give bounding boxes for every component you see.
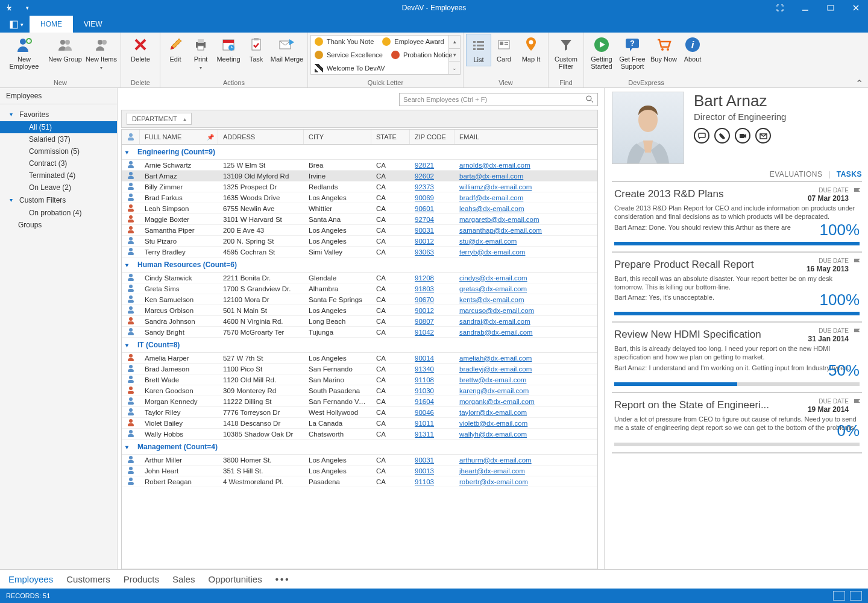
quick-letter-thank-you[interactable]: Thank You Note	[315, 37, 374, 46]
qat-dropdown-icon[interactable]: ▾	[22, 2, 33, 13]
sidebar-item[interactable]: Commission (5)	[0, 145, 117, 157]
sidebar-item[interactable]: On probation (4)	[0, 207, 117, 219]
column-header-full-name[interactable]: FULL NAME📌	[140, 130, 218, 144]
task-button[interactable]: Task	[244, 34, 269, 65]
group-by-panel[interactable]: DEPARTMENT ▴	[121, 110, 598, 128]
email-link[interactable]: sandraj@dx-email.com	[459, 318, 530, 325]
table-row[interactable]: Morgan Kennedy11222 Dilling StSan Fernan…	[122, 396, 597, 407]
email-link[interactable]: margaretb@dx-email.com	[459, 216, 539, 223]
email-link[interactable]: violetb@dx-email.com	[459, 420, 527, 427]
sidebar-item-groups[interactable]: Groups	[0, 219, 117, 231]
map-it-button[interactable]: Map It	[517, 34, 546, 65]
zip-link[interactable]: 91311	[415, 431, 434, 438]
bottomnav-customers[interactable]: Customers	[66, 574, 110, 584]
group-chip-department[interactable]: DEPARTMENT ▴	[127, 113, 192, 125]
file-menu-button[interactable]: ▾	[4, 17, 30, 33]
mail-merge-button[interactable]: Mail Merge	[269, 34, 305, 65]
zip-link[interactable]: 91604	[415, 398, 434, 405]
task-card[interactable]: DUE DATE16 May 2013Prepare Product Recal…	[612, 253, 862, 323]
table-row[interactable]: Marcus Orbison501 N Main StLos AngelesCA…	[122, 305, 597, 316]
table-row[interactable]: Arnie Schwartz125 W Elm StBreaCA92821arn…	[122, 160, 597, 171]
zip-link[interactable]: 91011	[415, 420, 434, 427]
sidebar-item[interactable]: All (51)	[0, 121, 117, 133]
table-row[interactable]: John Heart351 S Hill St.Los AngelesCA900…	[122, 466, 597, 476]
column-header-address[interactable]: ADDRESS	[218, 130, 304, 144]
pin-icon[interactable]: 📌	[207, 134, 214, 140]
zip-link[interactable]: 91803	[415, 285, 434, 292]
window-maximize-button[interactable]	[819, 0, 843, 16]
email-link[interactable]: barta@dx-email.com	[459, 172, 523, 180]
statusbar-view-2[interactable]	[850, 591, 862, 601]
zip-link[interactable]: 93063	[415, 248, 434, 256]
search-input[interactable]: Search Employees (Ctrl + F)	[399, 93, 598, 106]
zip-link[interactable]: 90031	[415, 456, 434, 464]
delete-button[interactable]: Delete	[124, 34, 157, 65]
email-link[interactable]: brettw@dx-email.com	[459, 376, 526, 384]
zip-link[interactable]: 90014	[415, 355, 434, 362]
bottomnav-opportunities[interactable]: Opportunities	[208, 574, 262, 584]
table-row[interactable]: Wally Hobbs10385 Shadow Oak DrChatsworth…	[122, 429, 597, 440]
table-row[interactable]: Brad Jameson1100 Pico StSan FernandoCA91…	[122, 364, 597, 374]
quick-letter-probation[interactable]: Probation Notice	[391, 51, 452, 59]
print-button[interactable]: Print ▾	[188, 34, 213, 73]
email-link[interactable]: terryb@dx-email.com	[459, 248, 525, 256]
new-employee-button[interactable]: New Employee	[2, 34, 46, 72]
table-row[interactable]: Bart Arnaz13109 Old Myford RdIrvineCA926…	[122, 171, 597, 182]
table-row[interactable]: Violet Bailey1418 Descanso DrLa CanadaCA…	[122, 418, 597, 429]
zip-link[interactable]: 90031	[415, 227, 434, 234]
email-link[interactable]: leahs@dx-email.com	[459, 205, 524, 212]
window-close-button[interactable]	[844, 0, 868, 16]
email-link[interactable]: morgank@dx-email.com	[459, 398, 535, 405]
table-row[interactable]: Brett Wade1120 Old Mill Rd.San MarinoCA9…	[122, 374, 597, 385]
new-items-button[interactable]: New Items ▾	[84, 34, 118, 73]
window-fullscreen-button[interactable]	[768, 0, 792, 16]
email-link[interactable]: williamz@dx-email.com	[459, 183, 532, 191]
zip-link[interactable]: 91030	[415, 387, 434, 394]
zip-link[interactable]: 90807	[415, 318, 434, 325]
table-row[interactable]: Samantha Piper200 E Ave 43Los AngelesCA9…	[122, 225, 597, 236]
table-row[interactable]: Brad Farkus1635 Woods DriveLos AngelesCA…	[122, 192, 597, 203]
table-row[interactable]: Maggie Boxter3101 W Harvard StSanta AnaC…	[122, 214, 597, 225]
email-link[interactable]: taylorr@dx-email.com	[459, 409, 527, 416]
zip-link[interactable]: 90069	[415, 194, 434, 201]
group-row[interactable]: ▾Human Resources (Count=6)	[122, 257, 597, 273]
zip-link[interactable]: 92602	[415, 172, 434, 180]
zip-link[interactable]: 90670	[415, 296, 434, 303]
table-row[interactable]: Stu Pizaro200 N. Spring StLos AngelesCA9…	[122, 236, 597, 247]
tasks-list[interactable]: DUE DATE07 Mar 2013Create 2013 R&D Plans…	[612, 181, 862, 569]
email-link[interactable]: marcuso@dx-email.com	[459, 307, 534, 314]
chat-button[interactable]	[694, 128, 709, 144]
zip-link[interactable]: 92373	[415, 183, 434, 191]
tab-view[interactable]: VIEW	[73, 16, 113, 33]
zip-link[interactable]: 91042	[415, 329, 434, 336]
bottomnav-products[interactable]: Products	[124, 574, 159, 584]
gallery-scroll-down[interactable]: ▾	[449, 49, 460, 62]
buy-now-button[interactable]: Buy Now	[648, 34, 679, 65]
email-link[interactable]: arnolds@dx-email.com	[459, 162, 530, 169]
table-row[interactable]: Leah Simpson6755 Newlin AveWhittierCA906…	[122, 203, 597, 214]
quick-letter-service[interactable]: Service Excellence	[315, 51, 383, 59]
email-link[interactable]: gretas@dx-email.com	[459, 285, 527, 292]
column-header-email[interactable]: EMAIL	[454, 130, 597, 144]
zip-link[interactable]: 91108	[415, 376, 434, 384]
table-row[interactable]: Sandy Bright7570 McGroarty TerTujungaCA9…	[122, 327, 597, 338]
group-row[interactable]: ▾Engineering (Count=9)	[122, 145, 597, 160]
column-header-city[interactable]: CITY	[304, 130, 371, 144]
table-row[interactable]: Sandra Johnson4600 N Virginia Rd.Long Be…	[122, 316, 597, 327]
email-link[interactable]: cindys@dx-email.com	[459, 274, 527, 282]
zip-link[interactable]: 90046	[415, 409, 434, 416]
call-button[interactable]	[714, 128, 730, 144]
ribbon-collapse-button[interactable]: ⌃	[854, 78, 864, 86]
email-link[interactable]: bradf@dx-email.com	[459, 194, 523, 201]
email-link[interactable]: robertr@dx-email.com	[459, 478, 528, 485]
sidebar-item[interactable]: On Leave (2)	[0, 182, 117, 194]
zip-link[interactable]: 90012	[415, 238, 434, 245]
video-button[interactable]	[735, 128, 750, 144]
grid-body[interactable]: ▾Engineering (Count=9)Arnie Schwartz125 …	[121, 145, 598, 569]
zip-link[interactable]: 90012	[415, 307, 434, 314]
email-link[interactable]: arthurm@dx-email.com	[459, 456, 532, 464]
zip-link[interactable]: 91208	[415, 274, 434, 282]
table-row[interactable]: Billy Zimmer1325 Prospect DrRedlandsCA92…	[122, 182, 597, 192]
statusbar-view-1[interactable]	[833, 591, 845, 601]
view-list-button[interactable]: List	[466, 34, 491, 66]
